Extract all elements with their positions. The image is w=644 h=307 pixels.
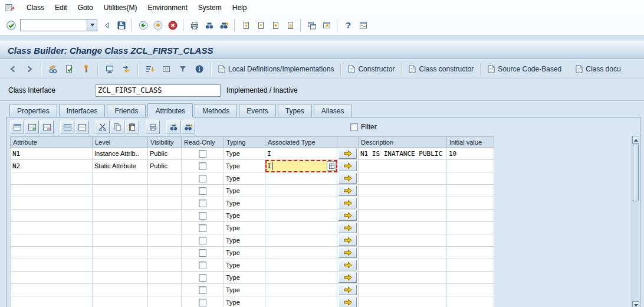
cell-visibility[interactable] [148,210,182,222]
cell-attribute[interactable]: N2 [10,160,93,172]
menu-item-system[interactable]: System [193,1,227,14]
detail-arrow-button[interactable] [339,223,357,233]
cell-visibility[interactable] [148,222,182,234]
cell-visibility[interactable] [148,284,182,296]
find-button[interactable] [202,18,216,32]
scroll-down-button[interactable] [632,301,639,307]
cell-initial-value[interactable] [447,284,494,296]
new-session-button[interactable] [304,18,319,32]
menu-item-class[interactable]: Class [21,1,50,14]
scrollbar-track[interactable] [632,202,639,301]
cell-typing[interactable]: Type [224,172,265,185]
test-button[interactable] [101,61,118,77]
forward-nav-button[interactable] [21,61,38,77]
page-up-button[interactable] [253,18,268,32]
local-definitions-implementations-button[interactable]: Local Definitions/Implementations [215,61,337,77]
cell-description[interactable] [359,259,447,272]
detail-arrow-button[interactable] [339,272,357,283]
cell-description[interactable] [359,272,447,284]
cell-associated-type[interactable] [265,234,337,247]
enter-button[interactable] [4,18,18,32]
detail-arrow-button[interactable] [339,185,357,196]
cell-description[interactable] [359,160,447,172]
copy-button[interactable] [110,120,124,133]
cell-level[interactable] [93,272,148,284]
cell-associated-type[interactable] [265,210,337,222]
check-button[interactable] [61,61,78,77]
cut-button[interactable] [96,120,110,133]
cell-description[interactable] [359,197,447,210]
cell-associated-type[interactable] [265,247,337,259]
cell-initial-value[interactable] [447,172,494,185]
tab-friends[interactable]: Friends [107,104,146,117]
cell-visibility[interactable] [148,234,182,247]
activate-button[interactable] [78,61,94,77]
cell-attribute[interactable] [10,234,93,247]
cell-associated-type[interactable] [265,197,337,210]
cell-attribute[interactable] [10,247,93,259]
cell-visibility[interactable]: Public [148,148,182,160]
cell-typing[interactable]: Type [224,222,265,234]
cell-description[interactable] [359,247,447,259]
tab-methods[interactable]: Methods [195,104,237,117]
insert-row-button[interactable] [10,120,24,133]
menu-item-edit[interactable]: Edit [50,1,73,14]
detail-arrow-button[interactable] [339,285,357,295]
cell-associated-type[interactable] [265,284,337,296]
cell-associated-type[interactable]: I [265,148,337,160]
cell-level[interactable]: Instance Attrib.. [93,148,148,160]
append-row-button[interactable] [25,120,39,133]
last-page-button[interactable] [282,18,297,32]
cell-description[interactable] [359,284,447,296]
cell-initial-value[interactable] [447,210,494,222]
detail-arrow-button[interactable] [339,198,357,208]
cell-typing[interactable]: Type [224,210,265,222]
cell-description[interactable] [359,222,447,234]
tab-properties[interactable]: Properties [9,104,57,117]
cell-level[interactable] [93,185,148,197]
cell-attribute[interactable] [10,197,93,210]
cell-typing[interactable]: Type [224,160,265,172]
detail-arrow-button[interactable] [339,260,357,270]
cell-attribute[interactable] [10,296,93,307]
column-header-associated-type[interactable]: Associated Type [265,136,337,148]
cell-visibility[interactable] [148,259,182,272]
cell-initial-value[interactable] [447,160,494,172]
table-vscrollbar[interactable] [632,136,639,307]
read-only-checkbox[interactable] [199,274,206,282]
cell-level[interactable]: Static Attribute [93,160,148,172]
cell-typing[interactable]: Type [224,272,265,284]
read-only-checkbox[interactable] [199,249,206,257]
info-button[interactable] [191,61,208,77]
constructor-button[interactable]: Constructor [344,61,398,77]
where-used-button[interactable] [118,61,134,77]
tab-events[interactable]: Events [239,104,276,117]
cell-typing[interactable]: Type [224,259,265,272]
cell-level[interactable] [93,222,148,234]
cell-attribute[interactable] [10,172,93,185]
cell-level[interactable] [93,296,148,307]
filter-checkbox[interactable] [350,123,358,131]
command-field-dropdown[interactable] [87,19,97,31]
cell-attribute[interactable] [10,222,93,234]
class-constructor-button[interactable]: Class constructor [405,61,477,77]
cell-attribute[interactable] [10,185,93,197]
print-button[interactable] [187,18,202,32]
cell-initial-value[interactable] [447,247,494,259]
cell-level[interactable] [93,210,148,222]
detail-arrow-button[interactable] [339,148,357,159]
cell-initial-value[interactable]: 10 [447,148,494,160]
column-header-typing[interactable]: Typing [224,136,265,148]
cell-typing[interactable]: Type [224,284,265,296]
sort-button[interactable] [142,61,158,77]
detail-arrow-button[interactable] [339,297,357,307]
cell-level[interactable] [93,247,148,259]
cell-associated-type[interactable]: I [265,160,337,172]
cell-description[interactable]: N1 IS INATANCE PUBLIC [359,148,447,160]
cell-visibility[interactable] [148,247,182,259]
read-only-checkbox[interactable] [199,187,206,195]
cell-level[interactable] [93,172,148,185]
cell-attribute[interactable]: N1 [10,148,93,160]
display-change-button[interactable] [45,61,61,77]
source-code-based-button[interactable]: Source Code-Based [484,61,565,77]
